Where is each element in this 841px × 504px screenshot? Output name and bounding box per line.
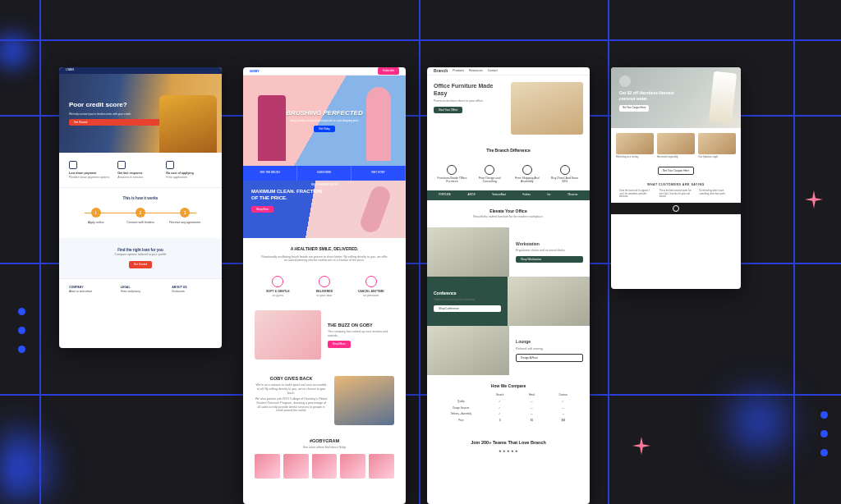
diff-item: Furniture-Grade Office Furniture (435, 165, 469, 184)
nav-link[interactable]: Contact (488, 69, 498, 73)
compare-table: BranchRetailContract Quality✓—✓ Design S… (439, 393, 578, 423)
goby-hero-cta[interactable]: Get Goby (314, 126, 335, 132)
branch-press: FORTUNE AXIOS VentureBeat Forbes Inc Obs… (427, 190, 590, 200)
coco-hero-cta[interactable]: Get Your Coupon Here (619, 105, 649, 112)
footer-logo-icon (673, 205, 679, 212)
feature-title: Low down payment (69, 172, 96, 175)
footer-col-title: LEGAL (121, 286, 161, 290)
space-cta[interactable]: Shop Conference (434, 305, 501, 312)
nav-link[interactable]: Products (453, 69, 464, 73)
feature-desc: Answers in minutes (117, 176, 163, 180)
feature-icon (166, 161, 174, 169)
press-logo: VentureBeat (492, 194, 506, 197)
feature-icon (117, 161, 126, 169)
loans-hero-title: Poor credit score? (69, 101, 212, 109)
step-number: 1 (91, 208, 101, 218)
loans-footer: COMPANYAbout us and contact LEGALTerms a… (59, 278, 222, 300)
icon-sub: no pressure (350, 294, 392, 298)
buzz-quote: The company has racked up vast reviews a… (328, 330, 394, 337)
icon-sub: on gums (257, 294, 299, 298)
table-head: Contract (549, 393, 578, 398)
coco-coupon-button[interactable]: Get Your Coupon Here (658, 167, 694, 174)
table-row-label: Delivery + Assembly (439, 412, 484, 417)
feature-item: No cost of applying Free application (166, 161, 212, 179)
find-cta-button[interactable]: Get Started (129, 261, 152, 268)
tile-image (657, 133, 695, 154)
template-card-branch[interactable]: Branch Products Resources Contact Office… (427, 67, 590, 504)
works-title: This is how it works (69, 196, 212, 201)
table-head: Branch (485, 393, 515, 398)
promo-cta[interactable]: Shop Now (251, 206, 273, 213)
icon-sub: to your door (303, 294, 345, 298)
goby-logo: GOBY (250, 69, 260, 73)
feature-title: Get fast response (117, 172, 142, 175)
goby-subscribe-button[interactable]: Subscribe (378, 67, 399, 74)
goby-healthier: A HEALTHIER SMILE, DELIVERED. Rotational… (243, 238, 406, 276)
review-text: So refreshing when I want something othe… (699, 190, 733, 198)
diff-item: Free Design and Consulting (473, 165, 507, 184)
strip-link[interactable]: WHY GOBY (352, 166, 406, 181)
icon-item: CANCEL ANYTIMEno pressure (350, 276, 392, 297)
tile-image (698, 133, 736, 154)
gives-title: GOBY GIVES BACK (255, 376, 328, 382)
branch-diff-row: Furniture-Grade Office Furniture Free De… (427, 165, 590, 190)
diff-item: Buy Direct And Save 50% (548, 165, 581, 184)
template-gallery: LOANS Poor credit score? We help connect… (0, 0, 841, 504)
gives-text: We're on a mission to make great oral ca… (255, 383, 328, 395)
tile-text: Your hydration staple (698, 156, 736, 158)
icon-item: SOFT & GENTLEon gums (257, 276, 299, 297)
template-card-goby[interactable]: GOBY Subscribe BRUSHING PERFECTED Goby p… (243, 67, 406, 504)
step-label: Connect with lenders (126, 221, 154, 224)
join-title: Join 200+ Teams That Love Branch (435, 440, 581, 446)
goby-link-strip: SEE THE BRUSH SUBSCRIBE WHY GOBY (243, 166, 406, 181)
space-image (427, 227, 509, 277)
buzz-image (255, 310, 321, 360)
buzz-cta[interactable]: Read More (328, 341, 351, 347)
coco-logo (619, 76, 631, 87)
template-card-loans[interactable]: LOANS Poor credit score? We help connect… (59, 67, 222, 348)
press-logo: AXIOS (467, 194, 475, 197)
nav-link[interactable]: Resources (469, 69, 483, 73)
circle-icon (365, 276, 377, 287)
branch-elevate: Elevate Your Office Beautifully crafted … (427, 200, 590, 227)
branch-difference: The Branch Difference (427, 141, 590, 165)
tile-text: Refreshing on a hot day (616, 156, 654, 158)
icon-label: CANCEL ANYTIME (358, 290, 384, 293)
feature-item: Low down payment Flexible down payment o… (69, 161, 115, 179)
table-head: Retail (517, 393, 546, 398)
diff-item: Free Shipping And Assembly (510, 165, 544, 184)
strip-link[interactable]: SEE THE BRUSH (243, 166, 297, 181)
step-item: 1 Apply online (74, 208, 117, 225)
goby-gives-back: GOBY GIVES BACK We're on a mission to ma… (243, 368, 406, 433)
loans-hero: Poor credit score? We help connect you t… (59, 74, 222, 153)
goby-hero-title: BRUSHING PERFECTED (286, 109, 362, 117)
branch-cta[interactable]: Start Your Office (434, 107, 462, 113)
strip-link[interactable]: SUBSCRIBE (297, 166, 352, 181)
review-text: This is the best coconut water I've ever… (659, 190, 693, 198)
find-sub: Compare options tailored to your profile (69, 253, 212, 257)
circle-icon (319, 276, 330, 287)
coco-mid-cta: Get Your Coupon Here (611, 163, 741, 177)
coco-tiles: Refreshing on a hot day Harvested respon… (611, 128, 741, 163)
loans-nav: LOANS (59, 67, 222, 74)
tile-item: Harvested responsibly (657, 133, 695, 158)
feature-item: Get fast response Answers in minutes (117, 161, 163, 179)
template-card-coco[interactable]: Get $2 off Harmless Harvest coconut wate… (611, 67, 741, 289)
space-row: ConferenceTables and seating for meeting… (427, 277, 590, 326)
coco-hero: Get $2 off Harmless Harvest coconut wate… (611, 67, 741, 128)
diff-icon (560, 165, 570, 175)
table-row-label: Price (439, 419, 484, 424)
elevate-sub: Beautifully crafted furniture for the mo… (442, 215, 575, 219)
branch-hero-image (511, 82, 583, 135)
space-cta[interactable]: Design A Floor (516, 354, 583, 361)
table-row-label: Design Services (439, 406, 484, 411)
promo-title: MAXIMUM CLEAN. FRACTION OF THE PRICE. (251, 189, 324, 202)
elevate-title: Elevate Your Office (442, 208, 575, 214)
footer-col-text: Terms and privacy (121, 290, 140, 293)
step-label: Receive any agreement (169, 221, 200, 224)
space-cta[interactable]: Shop Workstation (516, 256, 583, 263)
table-row-label: Quality (439, 400, 484, 405)
coco-footer (611, 203, 741, 214)
gives-text: We also partner with NYU College of Dent… (255, 397, 328, 413)
tile-item: Refreshing on a hot day (616, 133, 654, 158)
